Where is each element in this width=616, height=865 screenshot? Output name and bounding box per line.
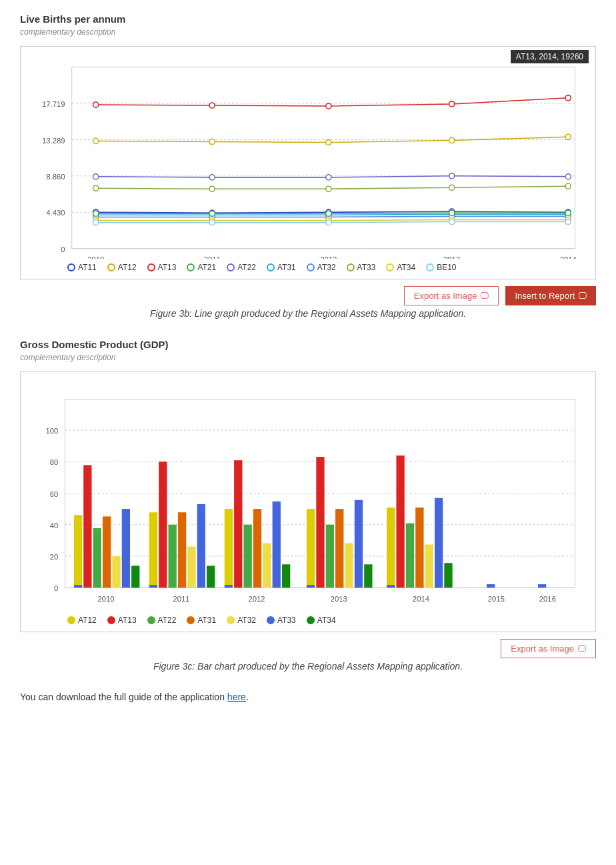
svg-rect-99 (197, 504, 205, 588)
svg-rect-123 (435, 498, 443, 588)
export-icon-2: 🖵 (577, 644, 586, 654)
insert-to-report-button[interactable]: Insert to Report 🖵 (505, 286, 596, 305)
svg-text:0: 0 (61, 245, 65, 253)
svg-rect-117 (307, 585, 315, 588)
svg-point-20 (565, 95, 571, 101)
svg-point-34 (449, 185, 455, 190)
line-chart-svg: 0 4.430 8.860 13.289 17.719 2010 2011 20… (27, 53, 589, 259)
svg-point-55 (565, 210, 571, 215)
svg-point-23 (326, 139, 331, 145)
bar-chart-legend: AT12 AT13 AT22 AT31 AT32 AT33 AT34 (27, 616, 589, 625)
figure2-caption: Figure 3c: Bar chart produced by the Reg… (20, 661, 596, 672)
svg-point-30 (565, 174, 571, 179)
svg-text:2012: 2012 (248, 595, 265, 603)
svg-text:60: 60 (50, 490, 59, 498)
svg-rect-124 (444, 563, 452, 588)
svg-point-24 (449, 137, 455, 143)
svg-rect-97 (178, 512, 186, 588)
svg-rect-111 (316, 457, 324, 588)
chart1-title: Live Births per annum (20, 13, 596, 25)
insert-label: Insert to Report (515, 291, 575, 301)
svg-rect-114 (345, 543, 353, 588)
svg-rect-127 (538, 584, 546, 588)
insert-icon: 🖵 (578, 291, 587, 301)
svg-rect-116 (364, 564, 372, 588)
svg-point-16 (93, 102, 99, 107)
bottom-text-suffix: . (246, 692, 249, 702)
svg-point-32 (209, 186, 215, 191)
svg-rect-126 (487, 584, 495, 588)
bar-chart-svg: 0 20 40 60 80 100 2010 2011 2012 2013 20… (27, 379, 589, 612)
svg-rect-91 (122, 509, 130, 588)
svg-point-18 (326, 103, 331, 109)
svg-rect-93 (74, 585, 82, 588)
svg-rect-89 (103, 516, 111, 588)
svg-point-61 (93, 220, 99, 225)
figure1-caption: Figure 3b: Line graph produced by the Re… (20, 308, 596, 319)
svg-rect-121 (415, 508, 423, 588)
bottom-text-prefix: You can download the full guide of the a… (20, 692, 227, 702)
svg-point-21 (93, 138, 99, 143)
svg-text:4.430: 4.430 (46, 209, 65, 217)
chart1-buttons: Export as Image 🖵 Insert to Report 🖵 (20, 286, 596, 305)
svg-rect-110 (307, 509, 315, 588)
svg-point-54 (449, 210, 455, 215)
svg-point-33 (326, 186, 331, 191)
svg-point-28 (326, 175, 331, 180)
svg-text:2010: 2010 (98, 595, 115, 603)
svg-rect-112 (326, 525, 334, 588)
export-image-button-2[interactable]: Export as Image 🖵 (501, 639, 596, 658)
svg-rect-120 (406, 524, 414, 588)
svg-rect-87 (83, 465, 91, 588)
svg-rect-104 (243, 525, 251, 588)
svg-text:80: 80 (50, 458, 59, 466)
svg-rect-96 (169, 525, 177, 588)
svg-rect-107 (273, 502, 281, 588)
svg-point-65 (565, 219, 571, 224)
bar-chart-container: 0 20 40 60 80 100 2010 2011 2012 2013 20… (20, 371, 596, 632)
svg-point-31 (93, 185, 99, 191)
svg-rect-88 (93, 528, 101, 588)
svg-text:0: 0 (54, 584, 58, 592)
export-icon-1: 🖵 (480, 291, 489, 301)
svg-text:20: 20 (50, 553, 59, 561)
svg-rect-98 (187, 547, 195, 588)
svg-point-35 (565, 183, 571, 189)
svg-text:2016: 2016 (539, 595, 556, 603)
svg-rect-108 (282, 564, 290, 588)
svg-rect-122 (425, 545, 433, 588)
svg-text:2014: 2014 (413, 595, 429, 603)
svg-rect-15 (72, 67, 575, 249)
svg-point-29 (449, 173, 455, 179)
svg-point-17 (209, 103, 215, 108)
svg-rect-90 (112, 556, 120, 588)
export-image-button-1[interactable]: Export as Image 🖵 (404, 286, 499, 305)
svg-rect-109 (225, 585, 233, 588)
svg-point-27 (209, 175, 215, 180)
svg-point-64 (449, 219, 455, 224)
svg-text:2014: 2014 (560, 255, 577, 259)
chart1-subtitle: complementary description (20, 27, 596, 37)
svg-point-62 (209, 220, 215, 225)
svg-rect-94 (149, 512, 157, 588)
export-label-1: Export as Image (414, 291, 477, 301)
svg-rect-102 (225, 509, 233, 588)
svg-rect-105 (253, 509, 261, 588)
svg-point-52 (209, 211, 215, 216)
line-chart-legend: AT11 AT12 AT13 AT21 AT22 AT31 AT32 AT33 … (27, 263, 589, 272)
bottom-text-link[interactable]: here (227, 692, 246, 702)
svg-rect-115 (355, 500, 363, 588)
svg-text:2010: 2010 (87, 255, 104, 259)
line-chart-container: AT13, 2014, 19260 0 4.430 8.860 13.289 1… (20, 46, 596, 279)
svg-point-26 (93, 174, 99, 179)
svg-text:40: 40 (50, 522, 59, 530)
svg-text:2015: 2015 (488, 595, 505, 603)
svg-text:17.719: 17.719 (42, 100, 65, 108)
bottom-text-section: You can download the full guide of the a… (20, 692, 596, 702)
svg-text:13.289: 13.289 (42, 137, 65, 145)
svg-text:8.860: 8.860 (46, 173, 65, 181)
svg-rect-92 (131, 566, 139, 588)
svg-point-53 (326, 211, 331, 216)
svg-point-63 (326, 220, 331, 225)
svg-rect-125 (387, 585, 395, 588)
